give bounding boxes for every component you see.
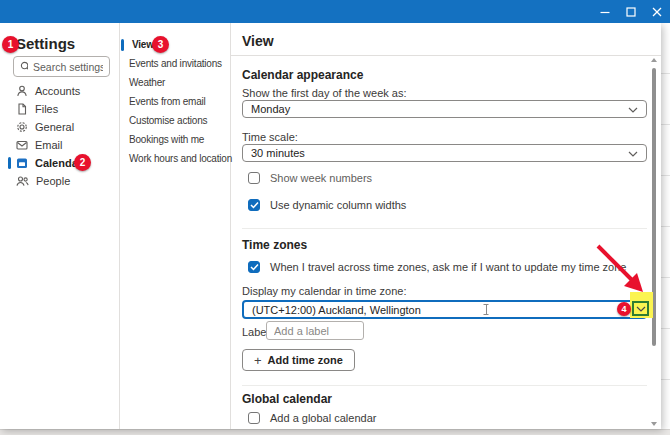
sidebar-item-calendar[interactable]: Calendar xyxy=(0,154,119,172)
nav-item-events-from-email[interactable]: Events from email xyxy=(120,92,230,111)
nav-item-work-hours-and-location[interactable]: Work hours and location xyxy=(120,149,230,168)
nav-item-label: Bookings with me xyxy=(129,134,204,145)
add-time-zone-button[interactable]: + Add time zone xyxy=(242,349,355,371)
annotation-badge-1: 1 xyxy=(2,36,19,53)
check-icon xyxy=(250,201,259,209)
time-zone-label-input[interactable] xyxy=(266,321,364,340)
search-icon xyxy=(20,61,28,72)
sidebar-item-email[interactable]: Email xyxy=(0,136,119,154)
add-global-calendar-label: Add a global calendar xyxy=(270,412,376,424)
gear-icon xyxy=(16,121,28,133)
global-calendar-row: Add a global calendar xyxy=(248,412,376,424)
settings-sidebar-nav: Accounts Files General Email Calendar Pe… xyxy=(0,82,119,190)
maximize-button[interactable] xyxy=(626,7,636,17)
scroll-up-icon[interactable] xyxy=(651,58,657,62)
chevron-down-icon xyxy=(628,107,638,113)
show-week-numbers-row: Show week numbers xyxy=(248,172,372,184)
nav-item-label: Weather xyxy=(129,77,165,88)
maximize-icon xyxy=(626,7,636,17)
check-icon xyxy=(250,263,259,271)
sidebar-item-label: Email xyxy=(35,139,63,151)
annotation-badge-3: 3 xyxy=(152,36,169,53)
annotation-badge-2: 2 xyxy=(74,154,91,171)
minimize-icon xyxy=(600,7,610,17)
show-week-numbers-checkbox[interactable] xyxy=(248,172,260,184)
nav-item-label: Events and invitations xyxy=(129,58,222,69)
travel-time-zone-label: When I travel across time zones, ask me … xyxy=(270,261,626,273)
close-icon xyxy=(652,7,662,17)
file-icon xyxy=(16,103,28,115)
scrollbar[interactable] xyxy=(649,57,659,427)
travel-time-zone-row: When I travel across time zones, ask me … xyxy=(248,261,626,273)
sidebar-item-label: Accounts xyxy=(35,85,80,97)
sidebar-item-general[interactable]: General xyxy=(0,118,119,136)
dynamic-column-widths-checkbox[interactable] xyxy=(248,199,260,211)
sidebar-item-files[interactable]: Files xyxy=(0,100,119,118)
first-day-value: Monday xyxy=(251,103,290,115)
header-divider xyxy=(230,55,661,56)
nav-item-label: View xyxy=(132,39,154,50)
section-divider xyxy=(242,228,647,229)
settings-window: Settings Accounts Files General Email Ca… xyxy=(0,0,670,435)
app-background-right xyxy=(661,23,670,429)
add-time-zone-label: Add time zone xyxy=(268,354,343,366)
first-day-label: Show the first day of the week as: xyxy=(242,87,406,99)
section-heading-time-zones: Time zones xyxy=(242,238,307,252)
section-heading-calendar-appearance: Calendar appearance xyxy=(242,68,363,82)
mail-icon xyxy=(16,139,28,151)
page-title: View xyxy=(242,33,274,49)
window-controls xyxy=(600,0,662,23)
nav-item-bookings-with-me[interactable]: Bookings with me xyxy=(120,130,230,149)
settings-dialog-title: Settings xyxy=(16,35,75,52)
section-divider xyxy=(242,385,647,386)
nav-item-label: Customise actions xyxy=(129,115,207,126)
nav-item-label: Events from email xyxy=(129,96,206,107)
time-scale-select[interactable]: 30 minutes xyxy=(242,144,647,162)
chevron-down-icon[interactable] xyxy=(636,306,646,312)
window-titlebar xyxy=(0,0,670,23)
close-button[interactable] xyxy=(652,7,662,17)
nav-item-customise-actions[interactable]: Customise actions xyxy=(120,111,230,130)
nav-item-weather[interactable]: Weather xyxy=(120,73,230,92)
display-time-zone-select[interactable]: (UTC+12:00) Auckland, Wellington xyxy=(242,300,647,319)
text-cursor xyxy=(482,303,490,316)
people-icon xyxy=(16,175,29,187)
dynamic-column-widths-label: Use dynamic column widths xyxy=(270,199,406,211)
annotation-highlight-green xyxy=(632,301,649,316)
show-week-numbers-label: Show week numbers xyxy=(270,172,372,184)
display-time-zone-value: (UTC+12:00) Auckland, Wellington xyxy=(252,304,421,316)
section-heading-global-calendar: Global calendar xyxy=(242,392,332,406)
minimize-button[interactable] xyxy=(600,7,610,17)
sidebar-item-label: Files xyxy=(35,103,58,115)
sidebar-item-label: General xyxy=(35,121,74,133)
nav-item-label: Work hours and location xyxy=(129,153,232,164)
chevron-down-icon xyxy=(628,151,638,157)
nav-item-events-and-invitations[interactable]: Events and invitations xyxy=(120,54,230,73)
sidebar-item-accounts[interactable]: Accounts xyxy=(0,82,119,100)
scroll-down-icon[interactable] xyxy=(651,422,657,426)
annotation-badge-4: 4 xyxy=(617,302,631,316)
time-scale-label: Time scale: xyxy=(242,131,298,143)
calendar-icon xyxy=(16,157,28,169)
time-scale-value: 30 minutes xyxy=(251,147,305,159)
sidebar-item-label: People xyxy=(36,175,70,187)
sidebar-item-people[interactable]: People xyxy=(0,172,119,190)
dynamic-column-widths-row: Use dynamic column widths xyxy=(248,199,406,211)
display-time-zone-label: Display my calendar in time zone: xyxy=(242,285,406,297)
calendar-settings-nav: View Events and invitations Weather Even… xyxy=(120,35,230,168)
nav-divider xyxy=(230,23,231,429)
annotation-arrow xyxy=(590,239,650,299)
nav-item-view[interactable]: View xyxy=(120,35,230,54)
person-icon xyxy=(16,85,28,97)
search-settings-input[interactable] xyxy=(33,61,103,73)
app-background-bottom xyxy=(0,429,670,435)
first-day-select[interactable]: Monday xyxy=(242,100,647,118)
add-global-calendar-checkbox[interactable] xyxy=(248,412,260,424)
search-settings-box[interactable] xyxy=(13,56,110,77)
plus-icon: + xyxy=(254,354,262,367)
travel-time-zone-checkbox[interactable] xyxy=(248,261,260,273)
